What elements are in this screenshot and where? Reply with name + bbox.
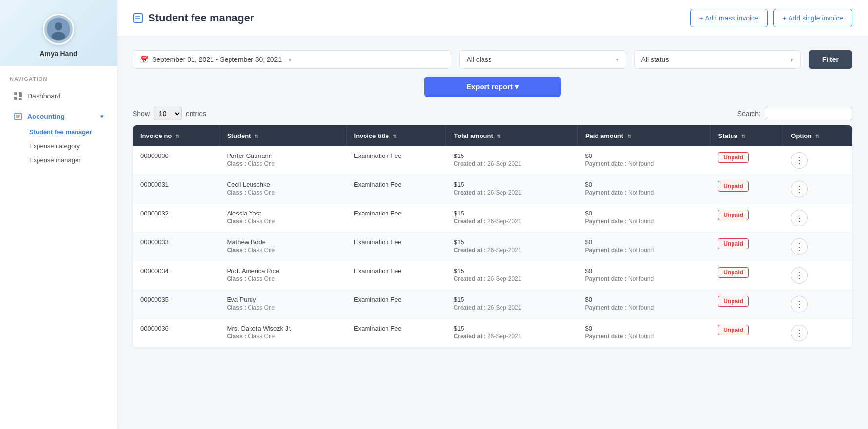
col-invoice-no[interactable]: Invoice no ⇅: [133, 125, 219, 146]
cell-invoice-no: 00000031: [133, 175, 219, 204]
search-label: Search:: [737, 110, 761, 117]
svg-rect-4: [14, 97, 17, 100]
cell-paid-amount: $0 Payment date : Not found: [577, 290, 710, 319]
table-row: 00000032 Alessia Yost Class : Class One …: [133, 204, 852, 233]
sidebar-item-accounting[interactable]: Accounting ▾: [4, 107, 113, 124]
created-at: Created at : 26-Sep-2021: [454, 304, 570, 311]
cell-option: ⋮: [783, 146, 852, 175]
class-select-value: All class: [466, 56, 491, 63]
payment-date: Payment date : Not found: [585, 275, 702, 282]
cell-invoice-no: 00000032: [133, 204, 219, 233]
table-controls: Show 10 25 50 100 entries Search:: [133, 107, 852, 120]
main-content: Student fee manager + Add mass invoice +…: [117, 0, 868, 429]
total-amount-value: $15: [454, 181, 570, 188]
student-class: Class : Class One: [227, 247, 339, 254]
row-options-button[interactable]: ⋮: [791, 152, 808, 169]
col-invoice-title[interactable]: Invoice title ⇅: [346, 125, 446, 146]
entries-select[interactable]: 10 25 50 100: [154, 107, 182, 120]
date-range-picker[interactable]: 📅 September 01, 2021 - September 30, 202…: [133, 50, 451, 69]
cell-total-amount: $15 Created at : 26-Sep-2021: [446, 290, 578, 319]
cell-student: Alessia Yost Class : Class One: [219, 204, 347, 233]
cell-invoice-title: Examination Fee: [346, 204, 446, 233]
show-label: Show: [133, 110, 150, 117]
sidebar-item-expense-category[interactable]: Expense category: [23, 139, 117, 153]
col-option[interactable]: Option ⇅: [783, 125, 852, 146]
search-group: Search:: [737, 107, 852, 120]
class-select[interactable]: All class ▾: [459, 50, 626, 69]
cell-option: ⋮: [783, 204, 852, 233]
search-input[interactable]: [765, 107, 852, 120]
row-options-button[interactable]: ⋮: [791, 181, 808, 197]
cell-option: ⋮: [783, 233, 852, 261]
cell-student: Prof. America Rice Class : Class One: [219, 261, 347, 290]
created-at: Created at : 26-Sep-2021: [454, 275, 570, 282]
paid-amount-value: $0: [585, 325, 702, 332]
class-chevron-icon: ▾: [616, 56, 619, 63]
cell-student: Cecil Leuschke Class : Class One: [219, 175, 347, 204]
sidebar-item-student-fee-manager[interactable]: Student fee manager: [23, 125, 117, 139]
cell-paid-amount: $0 Payment date : Not found: [577, 204, 710, 233]
sidebar-item-dashboard[interactable]: Dashboard: [4, 87, 113, 105]
export-row: Export report ▾: [133, 77, 852, 97]
cell-status: Unpaid: [710, 319, 783, 348]
nav-label: Navigation: [0, 66, 117, 86]
status-select[interactable]: All status ▾: [634, 50, 801, 69]
col-student[interactable]: Student ⇅: [219, 125, 347, 146]
student-name: Mathew Bode: [227, 238, 339, 246]
cell-option: ⋮: [783, 175, 852, 204]
student-name: Cecil Leuschke: [227, 181, 339, 188]
svg-rect-3: [14, 92, 17, 95]
row-options-button[interactable]: ⋮: [791, 267, 808, 284]
cell-invoice-title: Examination Fee: [346, 233, 446, 261]
payment-date: Payment date : Not found: [585, 218, 702, 225]
row-options-button[interactable]: ⋮: [791, 325, 808, 341]
status-badge: Unpaid: [718, 181, 749, 192]
export-report-button[interactable]: Export report ▾: [424, 77, 561, 97]
cell-invoice-no: 00000034: [133, 261, 219, 290]
student-name: Eva Purdy: [227, 296, 339, 303]
table-body: 00000030 Porter Gutmann Class : Class On…: [133, 146, 852, 348]
svg-point-1: [55, 22, 62, 30]
col-paid-amount[interactable]: Paid amount ⇅: [577, 125, 710, 146]
status-badge: Unpaid: [718, 210, 749, 220]
row-options-button[interactable]: ⋮: [791, 238, 808, 255]
student-name: Prof. America Rice: [227, 267, 339, 274]
add-mass-invoice-button[interactable]: + Add mass invoice: [690, 9, 768, 27]
cell-student: Mrs. Dakota Wisozk Jr. Class : Class One: [219, 319, 347, 348]
row-options-button[interactable]: ⋮: [791, 210, 808, 226]
paid-amount-value: $0: [585, 238, 702, 246]
total-amount-value: $15: [454, 325, 570, 332]
status-badge: Unpaid: [718, 296, 749, 307]
cell-invoice-title: Examination Fee: [346, 175, 446, 204]
cell-invoice-no: 00000033: [133, 233, 219, 261]
table-row: 00000030 Porter Gutmann Class : Class On…: [133, 146, 852, 175]
cell-total-amount: $15 Created at : 26-Sep-2021: [446, 319, 578, 348]
cell-status: Unpaid: [710, 290, 783, 319]
col-status[interactable]: Status ⇅: [710, 125, 783, 146]
status-badge: Unpaid: [718, 325, 749, 335]
sidebar-item-expense-manager[interactable]: Expense manager: [23, 153, 117, 167]
row-options-button[interactable]: ⋮: [791, 296, 808, 312]
page-title-icon: [133, 13, 143, 23]
filter-button[interactable]: Filter: [809, 50, 852, 69]
col-total-amount[interactable]: Total amount ⇅: [446, 125, 578, 146]
student-class: Class : Class One: [227, 275, 339, 282]
cell-invoice-title: Examination Fee: [346, 319, 446, 348]
avatar-section: Amya Hand: [0, 0, 117, 66]
sidebar-username: Amya Hand: [39, 50, 77, 58]
calendar-icon: 📅: [140, 56, 148, 63]
table-row: 00000036 Mrs. Dakota Wisozk Jr. Class : …: [133, 319, 852, 348]
dashboard-icon: [14, 92, 22, 100]
page-header: Student fee manager + Add mass invoice +…: [117, 0, 868, 37]
cell-status: Unpaid: [710, 204, 783, 233]
table-row: 00000035 Eva Purdy Class : Class One Exa…: [133, 290, 852, 319]
created-at: Created at : 26-Sep-2021: [454, 333, 570, 340]
cell-paid-amount: $0 Payment date : Not found: [577, 175, 710, 204]
total-amount-value: $15: [454, 267, 570, 274]
paid-amount-value: $0: [585, 210, 702, 217]
add-single-invoice-button[interactable]: + Add single invoice: [773, 9, 852, 27]
svg-rect-6: [19, 98, 22, 100]
cell-option: ⋮: [783, 319, 852, 348]
status-badge: Unpaid: [718, 152, 749, 163]
cell-invoice-title: Examination Fee: [346, 146, 446, 175]
